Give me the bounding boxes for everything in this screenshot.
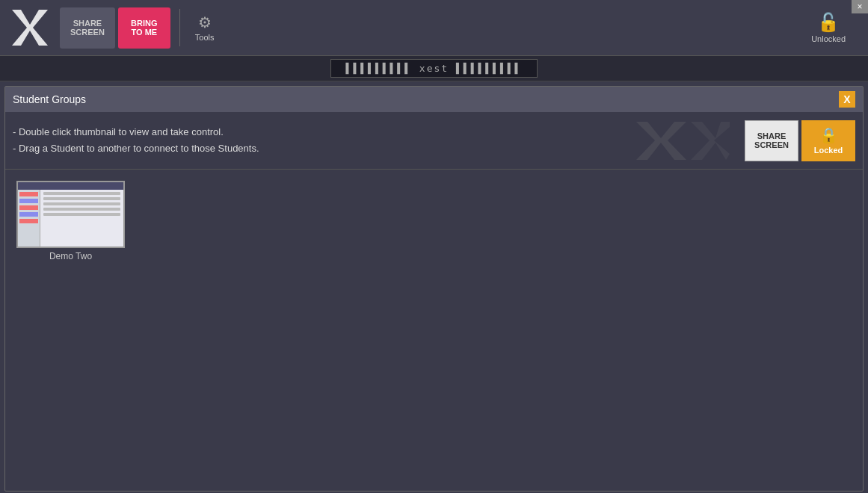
- xest-label: ▌▌▌▌▌▌▌▌▌ xest ▌▌▌▌▌▌▌▌▌: [330, 59, 538, 78]
- share-screen-button[interactable]: SHARE SCREEN: [60, 7, 115, 49]
- unlock-icon: 🔓: [817, 12, 840, 33]
- panel-close-button[interactable]: X: [839, 91, 855, 108]
- student-list: Demo Two: [5, 170, 863, 486]
- sim-row: [43, 202, 120, 205]
- toolbar-separator: [179, 9, 180, 46]
- sim-content: [40, 190, 123, 246]
- panel-share-screen-line2: SCREEN: [754, 140, 789, 149]
- sim-sidebar-item: [19, 199, 38, 203]
- sim-sidebar: [18, 190, 40, 246]
- svg-marker-2: [691, 122, 730, 160]
- instruction-1: - Double click thumbnail to view and tak…: [13, 124, 618, 140]
- student-name: Demo Two: [49, 251, 92, 261]
- title-bar: × SHARE SCREEN BRING TO ME ⚙ Tools 🔓 Unl…: [0, 0, 868, 56]
- student-thumbnail[interactable]: [16, 181, 125, 248]
- logo-watermark: [625, 118, 737, 163]
- instructions-row: - Double click thumbnail to view and tak…: [5, 112, 863, 170]
- sim-sidebar-item: [19, 219, 38, 223]
- share-screen-line2: SCREEN: [70, 28, 105, 37]
- xest-bar: ▌▌▌▌▌▌▌▌▌ xest ▌▌▌▌▌▌▌▌▌: [0, 56, 868, 81]
- main-content: Student Groups X - Double click thumbnai…: [0, 81, 868, 493]
- sim-row: [43, 208, 120, 211]
- student-item[interactable]: Demo Two: [16, 181, 125, 261]
- panel-title: Student Groups: [13, 93, 86, 105]
- tools-label: Tools: [195, 33, 215, 42]
- bring-to-me-line1: BRING: [131, 19, 157, 28]
- panel-locked-button[interactable]: 🔒 Locked: [801, 120, 855, 161]
- sim-row: [43, 213, 120, 216]
- student-groups-panel: Student Groups X - Double click thumbnai…: [4, 86, 864, 492]
- screen-simulation: [18, 182, 123, 246]
- sim-row: [43, 192, 120, 195]
- bring-to-me-line2: TO ME: [132, 28, 158, 37]
- instructions-text: - Double click thumbnail to view and tak…: [13, 124, 618, 157]
- locked-icon: 🔒: [819, 126, 838, 144]
- unlock-button[interactable]: 🔓 Unlocked: [811, 12, 846, 43]
- panel-header: Student Groups X: [5, 87, 863, 112]
- app-logo: [7, 5, 52, 50]
- tools-icon: ⚙: [198, 13, 212, 31]
- panel-share-screen-line1: SHARE: [757, 131, 787, 140]
- unlock-label: Unlocked: [811, 34, 846, 43]
- sim-taskbar: [18, 182, 123, 190]
- sim-sidebar-item: [19, 192, 38, 196]
- sim-row: [43, 197, 120, 200]
- bring-to-me-button[interactable]: BRING TO ME: [118, 7, 170, 49]
- svg-marker-1: [636, 122, 686, 160]
- locked-label: Locked: [814, 146, 843, 155]
- share-screen-line1: SHARE: [73, 19, 102, 28]
- sim-sidebar-item: [19, 205, 38, 210]
- svg-marker-0: [12, 10, 48, 46]
- panel-share-screen-button[interactable]: SHARE SCREEN: [745, 120, 798, 161]
- window-close-button[interactable]: ×: [852, 0, 868, 13]
- sim-sidebar-item: [19, 212, 38, 217]
- tools-button[interactable]: ⚙ Tools: [188, 9, 222, 46]
- instruction-2: - Drag a Student to another to connect t…: [13, 140, 618, 157]
